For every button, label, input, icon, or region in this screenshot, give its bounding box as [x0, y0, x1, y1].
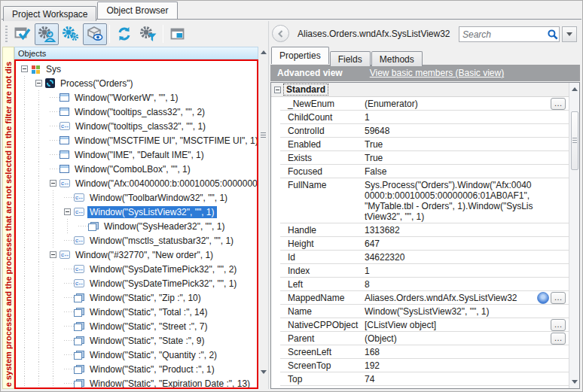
tree-item[interactable]: Window("tooltips_class32", "", 2)	[16, 105, 257, 119]
property-row[interactable]: ControlId59648	[271, 124, 569, 138]
property-row[interactable]: FocusedFalse	[271, 165, 569, 178]
tree-item[interactable]: Window("Static", "Street :", 7)	[16, 319, 257, 333]
property-row[interactable]: NativeCPPObject[CListView object]…	[271, 318, 569, 332]
property-value[interactable]: True	[365, 138, 569, 151]
toolbar-grip[interactable]	[5, 26, 8, 42]
tab-methods[interactable]: Methods	[371, 51, 423, 66]
collapse-node-icon[interactable]	[50, 251, 56, 258]
ellipsis-button[interactable]: …	[551, 333, 566, 345]
tree-item[interactable]: Window("Static", "Zip :", 10)	[16, 290, 257, 305]
grid-scroll-down-icon[interactable]	[571, 378, 578, 385]
tab-object-browser[interactable]: Object Browser	[97, 2, 177, 19]
property-value[interactable]: False	[365, 165, 569, 178]
user-process-gear-button[interactable]	[35, 23, 59, 45]
mapped-name-info-button[interactable]	[537, 292, 549, 304]
tree-item[interactable]: c↔Window("tooltips_class32", "", 1)	[16, 119, 257, 133]
property-value[interactable]: 1313682	[365, 223, 569, 237]
property-value[interactable]: Sys.Process("Orders").Window("Afx:004000…	[365, 178, 569, 223]
tree-item[interactable]: c↔Window("SysDateTimePick32", "", 1)	[16, 276, 257, 290]
tab-project-workspace[interactable]: Project Workspace	[3, 6, 96, 21]
property-row[interactable]: _NewEnum(Enumerator)…	[271, 97, 569, 111]
tree-item[interactable]: Window("WorkerW", "", 1)	[16, 90, 257, 105]
search-options-dropdown[interactable]	[562, 26, 577, 42]
grid-scroll-thumb[interactable]	[571, 111, 578, 170]
filter-settings-button[interactable]	[136, 23, 160, 45]
tab-fields[interactable]: Fields	[330, 51, 371, 66]
property-value[interactable]: 34622320	[365, 251, 569, 264]
collapse-node-icon[interactable]	[35, 80, 42, 87]
tab-properties[interactable]: Properties	[271, 47, 329, 64]
tree-scroll-down-icon[interactable]	[260, 368, 267, 375]
tree-item[interactable]: Window("Static", "Product :", 1)	[16, 362, 257, 376]
objects-header[interactable]: Objects	[14, 47, 258, 59]
tree-item[interactable]: Window("Static", "State :", 9)	[16, 333, 257, 348]
refresh-button[interactable]	[112, 23, 136, 45]
tree-item[interactable]: c↔Window("#32770", "New order", 1)	[16, 248, 257, 262]
tree-item[interactable]: c↔Window("SysDateTimePick32", "", 2)	[16, 262, 257, 276]
property-row[interactable]: ScreenTop192	[271, 359, 569, 372]
property-value[interactable]: 1	[365, 111, 569, 124]
grid-scroll-up-icon[interactable]	[571, 86, 578, 93]
property-value[interactable]: True	[365, 151, 569, 165]
property-row[interactable]: Handle1313682	[271, 223, 569, 237]
property-row[interactable]: Height647	[271, 237, 569, 251]
property-value[interactable]: Window("SysListView32", "", 1)	[365, 305, 569, 318]
service-gears-button[interactable]	[59, 23, 83, 45]
tree-item[interactable]: c↔Window("Afx:00400000:b:00010005:000000…	[16, 176, 257, 190]
tree-item[interactable]: Window("SysHeader32", "", 1)	[16, 219, 257, 233]
property-row[interactable]: Parent(Object)…	[271, 332, 569, 345]
property-row[interactable]: Index1	[271, 264, 569, 278]
tree-item[interactable]: Window("MSCTFIME UI", "MSCTFIME UI", 1)	[16, 133, 257, 147]
property-value[interactable]: False	[365, 386, 569, 388]
tree-item[interactable]: c↔Window("SysListView32", "", 1)	[16, 205, 257, 219]
tree-item[interactable]: Window("IME", "Default IME", 1)	[16, 147, 257, 162]
property-row[interactable]: ScreenLeft168	[271, 345, 569, 359]
property-value[interactable]: 1	[365, 264, 569, 278]
property-row[interactable]: EnabledTrue	[271, 138, 569, 151]
tree-item[interactable]: c↔Window("msctls_statusbar32", "", 1)	[16, 233, 257, 248]
property-row[interactable]: Top74	[271, 372, 569, 386]
property-row[interactable]: Id34622320	[271, 251, 569, 264]
tree-scroll-thumb[interactable]	[260, 118, 267, 153]
tree-item[interactable]: Window("Static", "Total :", 14)	[16, 305, 257, 319]
collapse-node-icon[interactable]	[50, 180, 56, 187]
property-value[interactable]: [CListView object]	[365, 318, 569, 332]
tree-scroll-up-icon[interactable]	[260, 49, 267, 56]
property-row[interactable]: MappedNameAliases.Orders.wndAfx.SysListV…	[271, 291, 569, 305]
collapse-group-icon[interactable]	[274, 87, 281, 93]
property-row[interactable]: ChildCount1	[271, 111, 569, 124]
basic-view-link[interactable]: View basic members (Basic view)	[370, 68, 505, 78]
property-value[interactable]: 59648	[365, 124, 569, 138]
property-value[interactable]: 647	[365, 237, 569, 251]
property-value[interactable]: 8	[365, 278, 569, 291]
collapse-node-icon[interactable]	[21, 65, 28, 72]
property-row[interactable]: ExistsTrue	[271, 151, 569, 165]
ellipsis-button[interactable]: …	[551, 98, 566, 110]
property-value[interactable]: (Object)	[365, 332, 569, 345]
tree-item[interactable]: Window("Static", "Expiration Date :", 13…	[16, 376, 257, 389]
tree-item[interactable]: Process("Orders")	[16, 76, 257, 90]
panel-splitter[interactable]	[268, 21, 270, 389]
object-visibility-button[interactable]	[83, 23, 107, 45]
ellipsis-button[interactable]: …	[551, 319, 566, 331]
tree-item[interactable]: Window("Static", "Quantity :", 2)	[16, 348, 257, 362]
property-value[interactable]: (Enumerator)	[365, 97, 569, 111]
back-button[interactable]	[272, 25, 289, 42]
property-value[interactable]: 168	[365, 345, 569, 359]
property-row[interactable]: UnicodeFalse	[271, 386, 569, 388]
dock-window-button[interactable]	[166, 23, 190, 45]
property-group-header[interactable]: Standard	[271, 83, 569, 97]
property-row[interactable]: FullNameSys.Process("Orders").Window("Af…	[271, 178, 569, 223]
property-value[interactable]: 192	[365, 359, 569, 372]
tree-item[interactable]: c↔Window("ToolbarWindow32", "", 1)	[16, 190, 257, 205]
property-row[interactable]: NameWindow("SysListView32", "", 1)	[271, 305, 569, 318]
collapse-node-icon[interactable]	[64, 208, 71, 215]
property-row[interactable]: Left8	[271, 278, 569, 291]
ellipsis-button[interactable]: …	[551, 292, 566, 304]
checked-window-button[interactable]	[11, 23, 35, 45]
search-input[interactable]	[459, 28, 547, 41]
search-icon[interactable]	[547, 29, 559, 41]
tree-item[interactable]: Sys	[16, 62, 257, 76]
tree-item[interactable]: Window("ComboLBox", "", 1)	[16, 162, 257, 176]
property-value[interactable]: 74	[365, 372, 569, 386]
